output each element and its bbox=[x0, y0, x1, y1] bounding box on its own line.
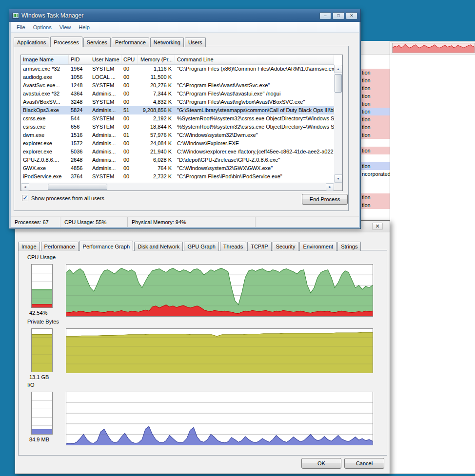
scroll-down-icon[interactable]: ▼ bbox=[334, 174, 342, 183]
scroll-left-icon[interactable]: ◄ bbox=[21, 183, 29, 191]
column-header-pid[interactable]: PID bbox=[69, 55, 90, 64]
dialog-tab-disk-and-network[interactable]: Disk and Network bbox=[134, 242, 183, 251]
cell: explorer.exe bbox=[21, 148, 69, 156]
maximize-button[interactable]: □ bbox=[333, 12, 344, 19]
cell: %SystemRoot%\system32\csrss.exe ObjectDi… bbox=[175, 123, 334, 131]
list-item[interactable]: tion bbox=[360, 193, 390, 201]
table-row[interactable]: explorer.exe5036Adminis...0021,940 KC:\W… bbox=[21, 148, 334, 156]
tab-applications[interactable]: Applications bbox=[14, 38, 49, 47]
table-row[interactable]: armsvc.exe *321964SYSTEM001,116 K"C:\Pro… bbox=[21, 65, 334, 73]
tab-performance[interactable]: Performance bbox=[112, 38, 149, 47]
list-item[interactable]: tion bbox=[360, 76, 390, 84]
scroll-up-icon[interactable]: ▲ bbox=[334, 65, 342, 73]
cell: 00 bbox=[121, 148, 138, 156]
window-title: Windows Task Manager bbox=[21, 12, 319, 19]
table-row[interactable]: AvastVBoxSV...3248SYSTEM004,832 K"C:\Pro… bbox=[21, 98, 334, 106]
dialog-tab-security[interactable]: Security bbox=[273, 242, 299, 251]
cancel-button[interactable]: Cancel bbox=[344, 458, 384, 469]
cell: explorer.exe bbox=[21, 139, 69, 148]
process-properties-dialog: ✕ ImagePerformancePerformance GraphDisk … bbox=[15, 220, 390, 474]
cell: 3248 bbox=[69, 98, 90, 106]
list-item[interactable]: tion bbox=[360, 162, 390, 170]
cell: Adminis... bbox=[90, 148, 121, 156]
table-row[interactable]: GWX.exe4856Adminis...00764 K"C:\Windows\… bbox=[21, 164, 334, 172]
table-body: armsvc.exe *321964SYSTEM001,116 K"C:\Pro… bbox=[21, 65, 334, 183]
dialog-tab-environment[interactable]: Environment bbox=[299, 242, 336, 251]
table-row[interactable]: BlackOps3.exe5824Adminis...519,208,856 K… bbox=[21, 106, 334, 114]
cell: 00 bbox=[121, 98, 138, 106]
dialog-tab-performance-graph[interactable]: Performance Graph bbox=[79, 241, 134, 251]
tab-networking[interactable]: Networking bbox=[150, 38, 184, 47]
show-all-users-checkbox[interactable]: ✓ bbox=[22, 195, 28, 201]
cell: 544 bbox=[69, 114, 90, 123]
list-item[interactable]: tion bbox=[360, 147, 390, 154]
list-item[interactable]: tion bbox=[360, 108, 390, 115]
column-header-user-name[interactable]: User Name bbox=[90, 55, 121, 64]
dialog-tab-gpu-graph[interactable]: GPU Graph bbox=[184, 242, 218, 251]
table-row[interactable]: explorer.exe1572Adminis...0024,084 KC:\W… bbox=[21, 139, 334, 148]
dialog-tab-tcp-ip[interactable]: TCP/IP bbox=[247, 242, 271, 251]
column-header-image-name[interactable]: Image Name bbox=[21, 55, 69, 64]
list-item[interactable]: tion bbox=[360, 123, 390, 131]
cell: 656 bbox=[69, 123, 90, 131]
title-bar[interactable]: Windows Task Manager –□✕ bbox=[9, 9, 360, 22]
io-label: I/O bbox=[27, 382, 35, 388]
checkbox-label: Show processes from all users bbox=[31, 195, 104, 201]
table-row[interactable]: GPU-Z.0.8.6....2648Adminis...006,028 K"D… bbox=[21, 156, 334, 164]
column-header-cpu[interactable]: CPU bbox=[121, 55, 138, 64]
tab-users[interactable]: Users bbox=[185, 38, 206, 47]
list-item[interactable]: tion bbox=[360, 131, 390, 139]
list-item[interactable]: ncorporated bbox=[360, 170, 390, 178]
table-row[interactable]: AvastSvc.exe...1248SYSTEM0020,276 K"C:\P… bbox=[21, 81, 334, 90]
list-item[interactable]: tion bbox=[360, 115, 390, 123]
scroll-right-icon[interactable]: ► bbox=[326, 183, 334, 191]
close-button[interactable]: ✕ bbox=[346, 12, 357, 19]
cell: Adminis... bbox=[90, 139, 121, 148]
menu-help[interactable]: Help bbox=[75, 22, 94, 32]
list-item[interactable]: tion bbox=[360, 92, 390, 100]
cell: avastui.exe *32 bbox=[21, 90, 69, 98]
cell: 2648 bbox=[69, 156, 90, 164]
menu-view[interactable]: View bbox=[56, 22, 75, 32]
table-row[interactable]: avastui.exe *324364Adminis...007,344 K"C… bbox=[21, 90, 334, 98]
cpu-minigraph bbox=[392, 43, 475, 53]
list-item[interactable]: tion bbox=[360, 201, 390, 209]
close-icon[interactable]: ✕ bbox=[372, 223, 383, 230]
table-row[interactable]: csrss.exe656SYSTEM0018,844 K%SystemRoot%… bbox=[21, 123, 334, 131]
vertical-scrollbar[interactable]: ▲ ▼ bbox=[334, 65, 342, 183]
table-row[interactable]: dwm.exe1516Adminis...0157,976 K"C:\Windo… bbox=[21, 131, 334, 139]
tab-processes[interactable]: Processes bbox=[50, 37, 82, 47]
tab-services[interactable]: Services bbox=[83, 38, 111, 47]
table-row[interactable]: audiodg.exe1056LOCAL ...0011,500 K bbox=[21, 73, 334, 81]
horizontal-scrollbar[interactable]: ◄ ► bbox=[21, 183, 334, 190]
list-item[interactable]: tion bbox=[360, 100, 390, 108]
window-controls: –□✕ bbox=[319, 12, 357, 19]
cell: 1248 bbox=[69, 81, 90, 90]
list-item[interactable]: tion bbox=[360, 84, 390, 92]
cell: SYSTEM bbox=[90, 123, 121, 131]
window-body: ApplicationsProcessesServicesPerformance… bbox=[11, 33, 359, 227]
horizontal-scrollbar-thumb[interactable] bbox=[48, 184, 107, 190]
table-row[interactable]: iPodService.exe3764SYSTEM002,732 K"C:\Pr… bbox=[21, 172, 334, 181]
dialog-tab-strings[interactable]: Strings bbox=[337, 242, 361, 251]
column-header-command-line[interactable]: Command Line bbox=[175, 55, 334, 64]
cell: SYSTEM bbox=[90, 98, 121, 106]
menu-options[interactable]: Options bbox=[29, 22, 56, 32]
end-process-button[interactable]: End Process bbox=[302, 194, 348, 205]
ok-button[interactable]: OK bbox=[301, 458, 341, 469]
cell: C:\Windows\explorer.exe /factory,{ceff45… bbox=[175, 148, 334, 156]
cell: LOCAL ... bbox=[90, 73, 121, 81]
minimize-button[interactable]: – bbox=[319, 12, 331, 19]
vertical-scrollbar-thumb[interactable] bbox=[335, 74, 342, 93]
list-item[interactable]: tion bbox=[360, 69, 390, 76]
background-window-process-list[interactable]: tiontiontiontiontiontiontiontiontiontion… bbox=[360, 41, 390, 224]
table-row[interactable]: csrss.exe544SYSTEM002,192 K%SystemRoot%\… bbox=[21, 114, 334, 123]
dialog-tab-image[interactable]: Image bbox=[18, 242, 40, 251]
io-graph bbox=[66, 392, 373, 445]
column-header-memory-pr-[interactable]: Memory (Pr... bbox=[138, 55, 175, 64]
background-window-far[interactable] bbox=[388, 41, 475, 474]
cell: 9,208,856 K bbox=[138, 106, 175, 114]
dialog-tab-performance[interactable]: Performance bbox=[41, 242, 79, 251]
menu-file[interactable]: File bbox=[13, 22, 29, 32]
dialog-tab-threads[interactable]: Threads bbox=[220, 242, 246, 251]
